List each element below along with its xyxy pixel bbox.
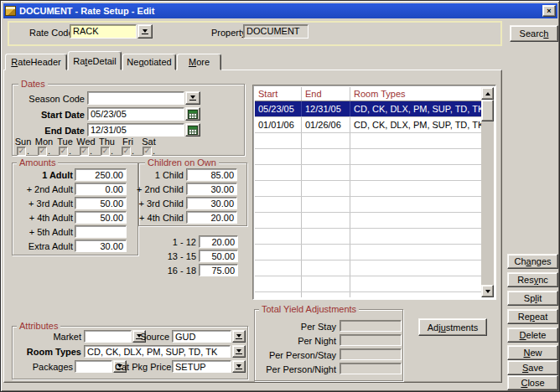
child-field-2nd-child[interactable]: 30.00 <box>186 183 237 195</box>
season-code-field[interactable] <box>87 91 184 105</box>
adjustments-button[interactable]: Adjustments <box>418 318 487 336</box>
down-arrow-icon <box>485 290 490 293</box>
child-field-3rd-child[interactable]: 30.00 <box>186 197 237 209</box>
end-date-label: End Date <box>13 126 85 137</box>
new-button[interactable]: New <box>507 345 558 360</box>
tab-rate-header[interactable]: Rate Header <box>5 54 67 70</box>
grid-body: 05/23/05 12/31/05 CD, CK, DLX, PM, SUP, … <box>255 101 481 297</box>
grid-cell-start: 01/01/06 <box>255 117 302 132</box>
grid-empty-row <box>255 276 481 292</box>
packages-label: Packages <box>13 362 73 373</box>
amount-field-4th-adult[interactable]: 50.00 <box>75 211 127 224</box>
repeat-button[interactable]: Repeat <box>507 309 558 324</box>
dropdown-arrow-icon <box>236 364 242 369</box>
grid-row[interactable]: 05/23/05 12/31/05 CD, CK, DLX, PM, SUP, … <box>255 101 481 117</box>
resync-button[interactable]: Resync <box>507 272 558 287</box>
cat-pkg-price-field[interactable]: SETUP <box>172 360 231 373</box>
age-field-16-18[interactable]: 75.00 <box>199 264 238 276</box>
child-field-1-child[interactable]: 85.00 <box>186 168 237 181</box>
end-date-calendar-button[interactable] <box>185 123 200 137</box>
source-field[interactable]: GUD <box>172 330 231 343</box>
yield-field-per-person-night <box>340 363 402 374</box>
day-checkbox-sat[interactable] <box>143 147 152 156</box>
day-checkbox-wed[interactable] <box>80 147 89 156</box>
save-button[interactable]: Save <box>507 360 558 375</box>
tab-rate-detail[interactable]: Rate Detail <box>68 51 122 70</box>
season-code-label: Season Code <box>13 94 85 105</box>
yield-label: Per Stay <box>256 322 336 333</box>
grid-empty-row <box>255 245 481 260</box>
age-label: 13 - 15 <box>150 251 196 262</box>
scrollbar-thumb[interactable] <box>481 100 494 121</box>
delete-button[interactable]: Delete <box>507 328 558 343</box>
rate-code-dropdown-button[interactable] <box>137 24 153 39</box>
start-date-label: Start Date <box>13 110 85 121</box>
rate-code-label: Rate Code <box>29 28 74 39</box>
amount-field-extra-adult[interactable]: 30.00 <box>75 240 127 252</box>
dropdown-arrow-icon <box>189 95 196 101</box>
grid-empty-row <box>255 197 481 213</box>
grid-empty-row <box>255 292 481 297</box>
grid-empty-row <box>255 133 481 149</box>
child-label: + 3rd Child <box>135 199 184 209</box>
property-field: DOCUMENT <box>243 24 309 39</box>
day-checkbox-thu[interactable] <box>101 147 110 156</box>
tab-negotiated[interactable]: Negotiated <box>122 54 176 70</box>
search-button[interactable]: Search <box>510 25 558 42</box>
day-checkbox-sun[interactable] <box>17 147 26 156</box>
grid-cell-room-types: CD, CK, DLX, PM, SUP, TD, TK, TKTD <box>350 117 481 132</box>
yield-field-per-person-stay <box>340 348 402 360</box>
grid-empty-row <box>255 181 481 197</box>
start-date-field[interactable]: 05/23/05 <box>87 107 184 121</box>
grid-cell-room-types: CD, CK, DLX, PM, SUP, TD, TK <box>350 101 481 116</box>
start-date-calendar-button[interactable] <box>185 107 200 121</box>
yield-field-per-night <box>340 334 402 346</box>
window-title: DOCUMENT - Rate Setup - Edit <box>19 6 154 16</box>
grid-empty-row <box>255 149 481 165</box>
scroll-down-button[interactable] <box>481 285 494 297</box>
grid-empty-row <box>255 260 481 276</box>
amounts-group-label: Amounts <box>17 157 58 168</box>
cat-pkg-price-dropdown-button[interactable] <box>232 360 246 373</box>
day-checkbox-mon[interactable] <box>38 147 47 156</box>
amount-label: Extra Adult <box>14 241 73 252</box>
day-checkbox-tue[interactable] <box>59 147 68 156</box>
room-types-dropdown-button[interactable] <box>232 345 246 358</box>
scroll-up-button[interactable] <box>481 87 494 100</box>
room-types-label: Room Types <box>6 347 81 358</box>
market-field[interactable] <box>84 330 132 343</box>
packages-field[interactable] <box>75 360 112 373</box>
age-label: 16 - 18 <box>150 266 196 276</box>
up-arrow-icon <box>485 92 490 95</box>
amount-field-2nd-adult[interactable]: 0.00 <box>75 183 127 195</box>
age-field-13-15[interactable]: 50.00 <box>199 250 238 262</box>
rate-code-field[interactable]: RACK <box>70 24 137 39</box>
amount-field-5th-adult[interactable] <box>75 225 127 238</box>
child-label: + 2nd Child <box>135 184 184 195</box>
changes-button[interactable]: Changes <box>507 254 558 269</box>
grid-empty-row <box>255 229 481 245</box>
close-window-button[interactable]: Close <box>507 375 558 390</box>
grid-row[interactable]: 01/01/06 01/26/06 CD, CK, DLX, PM, SUP, … <box>255 117 481 133</box>
age-label: 1 - 12 <box>150 237 196 248</box>
dates-group-label: Dates <box>18 79 48 89</box>
end-date-field[interactable]: 12/31/05 <box>87 123 184 137</box>
source-dropdown-button[interactable] <box>232 330 246 343</box>
split-button[interactable]: Split <box>507 291 558 306</box>
title-bar[interactable]: DOCUMENT - Rate Setup - Edit × <box>3 3 557 18</box>
column-header-room-types: Room Types <box>350 87 481 101</box>
dropdown-arrow-icon <box>236 334 242 339</box>
grid-scrollbar[interactable] <box>481 87 494 297</box>
tab-more[interactable]: More <box>177 54 221 70</box>
close-button[interactable]: × <box>542 5 556 17</box>
source-label: Source <box>138 332 169 343</box>
age-field-1-12[interactable]: 20.00 <box>199 235 238 248</box>
amount-field-1-adult[interactable]: 250.00 <box>75 168 127 181</box>
rate-setup-window: DOCUMENT - Rate Setup - Edit × Rate Code… <box>0 0 560 392</box>
day-checkbox-fri[interactable] <box>122 147 131 156</box>
rate-detail-grid: Start End Room Types 05/23/05 12/31/05 C… <box>252 85 496 300</box>
child-field-4th-child[interactable]: 20.00 <box>186 211 237 224</box>
room-types-field[interactable]: CD, CK, DLX, PM, SUP, TD, TK <box>84 345 231 358</box>
amount-field-3rd-adult[interactable]: 50.00 <box>75 197 127 209</box>
season-code-dropdown-button[interactable] <box>185 91 200 105</box>
